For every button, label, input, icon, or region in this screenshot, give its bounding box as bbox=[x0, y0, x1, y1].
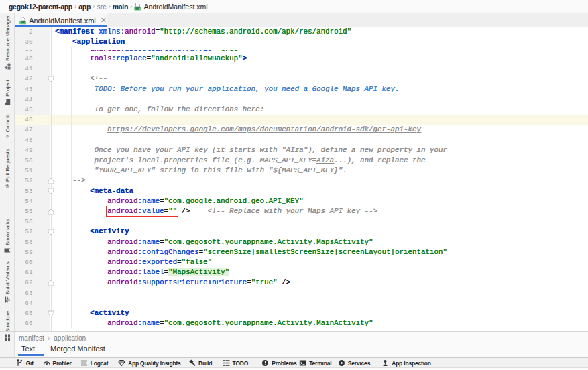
svg-text:MF: MF bbox=[136, 7, 141, 10]
svg-text:MF: MF bbox=[21, 21, 25, 24]
